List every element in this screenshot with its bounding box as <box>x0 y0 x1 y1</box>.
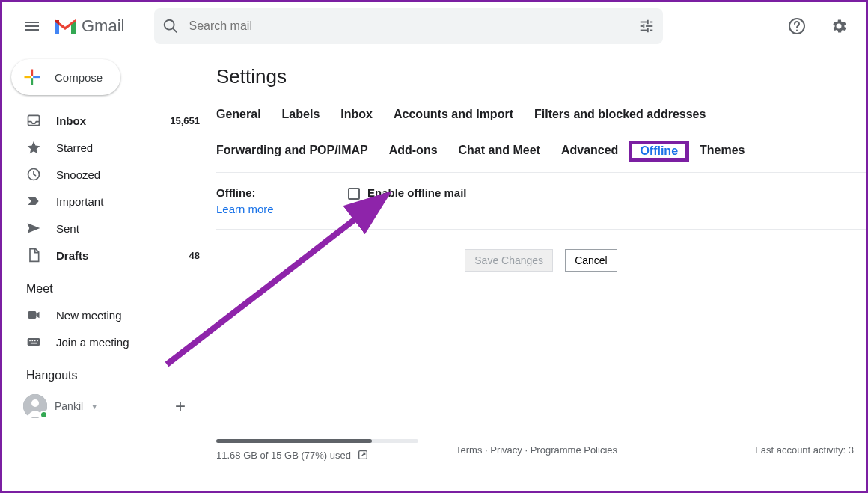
svg-point-24 <box>31 399 39 407</box>
new-conversation-button[interactable]: + <box>167 393 194 420</box>
footer: 11.68 GB of 15 GB (77%) used Terms · Pri… <box>216 439 854 461</box>
sidebar-item-snoozed[interactable]: Snoozed <box>8 161 212 188</box>
search-options-icon[interactable] <box>638 17 655 35</box>
sidebar-item-label: Sent <box>56 222 200 235</box>
keyboard-icon <box>26 334 41 349</box>
svg-rect-22 <box>31 343 37 344</box>
sidebar-item-label: Starred <box>56 141 200 154</box>
sidebar-item-label: Drafts <box>56 249 174 262</box>
sidebar-item-important[interactable]: Important <box>8 188 212 215</box>
sidebar: Compose Inbox 15,651 Starred Snoozed Imp… <box>2 50 212 491</box>
offline-section-title: Offline: <box>216 186 256 199</box>
header: Gmail <box>2 2 866 50</box>
svg-rect-6 <box>647 25 653 27</box>
gmail-logo[interactable]: Gmail <box>53 16 124 36</box>
clock-icon <box>26 167 41 182</box>
sidebar-item-label: Important <box>56 195 200 208</box>
sent-icon <box>26 221 41 236</box>
footer-policies-link[interactable]: Programme Policies <box>531 444 617 456</box>
footer-terms-link[interactable]: Terms <box>456 444 482 456</box>
svg-rect-9 <box>647 19 649 24</box>
save-changes-button: Save Changes <box>465 249 553 272</box>
svg-rect-4 <box>650 21 653 22</box>
tab-labels[interactable]: Labels <box>272 105 331 124</box>
svg-rect-21 <box>37 340 38 342</box>
svg-rect-11 <box>647 28 649 32</box>
meet-item-label: Join a meeting <box>56 336 200 349</box>
hangouts-section-title: Hangouts <box>8 355 212 388</box>
tab-offline[interactable]: Offline <box>629 141 689 162</box>
tab-addons[interactable]: Add-ons <box>379 141 448 162</box>
settings-actions: Save Changes Cancel <box>216 249 866 272</box>
sidebar-item-label: Inbox <box>56 114 155 127</box>
meet-join-meeting[interactable]: Join a meeting <box>8 328 212 355</box>
settings-tabs: General Labels Inbox Accounts and Import… <box>216 100 866 173</box>
presence-indicator <box>40 411 48 419</box>
help-icon <box>788 17 806 35</box>
open-external-icon[interactable] <box>357 449 369 461</box>
tab-themes[interactable]: Themes <box>689 141 755 162</box>
svg-rect-18 <box>29 340 31 342</box>
chevron-down-icon: ▼ <box>91 402 98 411</box>
svg-rect-10 <box>644 24 645 28</box>
sidebar-item-starred[interactable]: Starred <box>8 134 212 161</box>
important-icon <box>26 194 41 209</box>
main-menu-button[interactable] <box>14 8 50 44</box>
learn-more-link[interactable]: Learn more <box>216 203 348 215</box>
hangouts-username: Pankil <box>55 400 83 412</box>
sidebar-item-count: 48 <box>189 250 200 261</box>
storage-progress-bar <box>216 439 418 443</box>
enable-offline-label: Enable offline mail <box>367 186 467 199</box>
svg-rect-19 <box>32 340 34 342</box>
app-name: Gmail <box>82 16 124 36</box>
footer-links: Terms · Privacy · Programme Policies <box>426 444 755 456</box>
storage-indicator[interactable]: 11.68 GB of 15 GB (77%) used <box>216 439 426 461</box>
compose-plus-icon <box>22 67 43 88</box>
storage-text: 11.68 GB of 15 GB (77%) used <box>216 450 351 461</box>
meet-new-meeting[interactable]: New meeting <box>8 301 212 328</box>
svg-rect-7 <box>641 29 647 31</box>
svg-rect-5 <box>641 25 644 27</box>
offline-option-row: Offline: Learn more Enable offline mail <box>216 173 866 230</box>
tab-accounts[interactable]: Accounts and Import <box>383 105 524 124</box>
gmail-icon <box>53 17 77 35</box>
search-input[interactable] <box>180 19 638 33</box>
tab-chat-meet[interactable]: Chat and Meet <box>448 141 551 162</box>
search-icon <box>162 17 180 35</box>
hamburger-icon <box>23 17 41 35</box>
gear-icon <box>830 17 848 35</box>
main-content: Settings General Labels Inbox Accounts a… <box>212 50 866 491</box>
sidebar-item-count: 15,651 <box>170 115 200 126</box>
tab-general[interactable]: General <box>216 105 272 124</box>
footer-privacy-link[interactable]: Privacy <box>490 444 522 456</box>
enable-offline-checkbox[interactable] <box>348 188 360 200</box>
tab-advanced[interactable]: Advanced <box>551 141 629 162</box>
tab-inbox[interactable]: Inbox <box>330 105 383 124</box>
svg-rect-20 <box>34 340 36 342</box>
star-icon <box>26 140 41 155</box>
drafts-icon <box>26 248 41 263</box>
compose-label: Compose <box>55 71 103 84</box>
video-icon <box>26 307 41 322</box>
cancel-button[interactable]: Cancel <box>565 249 617 272</box>
hangouts-user-row[interactable]: Pankil ▼ + <box>8 388 212 420</box>
sidebar-item-inbox[interactable]: Inbox 15,651 <box>8 107 212 134</box>
sidebar-item-drafts[interactable]: Drafts 48 <box>8 242 212 269</box>
svg-rect-16 <box>28 311 37 319</box>
tab-forwarding[interactable]: Forwarding and POP/IMAP <box>216 141 379 162</box>
svg-rect-3 <box>641 21 647 22</box>
sidebar-item-sent[interactable]: Sent <box>8 215 212 242</box>
tab-filters[interactable]: Filters and blocked addresses <box>524 105 716 124</box>
svg-rect-17 <box>28 338 40 346</box>
page-title: Settings <box>216 61 866 100</box>
svg-point-13 <box>796 29 798 31</box>
sidebar-item-label: Snoozed <box>56 168 200 181</box>
settings-button[interactable] <box>824 11 854 41</box>
search-bar[interactable] <box>154 8 663 44</box>
account-activity[interactable]: Last account activity: 3 <box>755 444 854 456</box>
support-button[interactable] <box>782 11 812 41</box>
svg-rect-8 <box>650 29 653 31</box>
meet-item-label: New meeting <box>56 309 200 322</box>
meet-section-title: Meet <box>8 269 212 301</box>
compose-button[interactable]: Compose <box>11 59 120 95</box>
